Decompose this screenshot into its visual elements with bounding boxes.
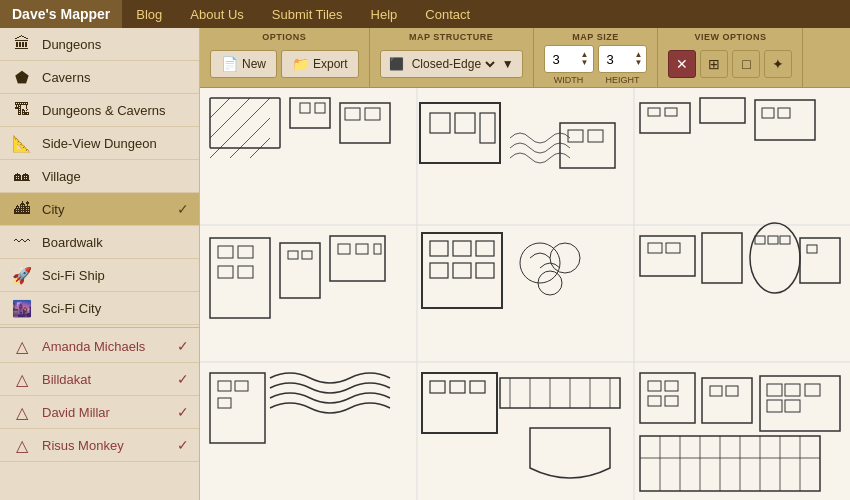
height-label: Height [605,75,639,85]
sidebar-label-amanda-michaels: Amanda Michaels [42,339,145,354]
sidebar-check-david-millar: ✓ [177,404,189,420]
map-area [200,88,850,500]
toolbar-map-size: MAP SIZE ▲ ▼ Width [534,28,659,87]
map-structure-select-wrap: ⬛ Closed-Edge Open-Edge Dungeon Cavern ▼ [380,50,523,78]
nav-links: Blog About Us Submit Tiles Help Contact [122,0,484,28]
export-icon: 📁 [292,56,309,72]
sidebar-label-side-view-dungeon: Side-View Dungeon [42,136,157,151]
sidebar-icon-boardwalk: 〰 [10,232,34,252]
sidebar-icon-amanda-michaels: △ [10,336,34,356]
toolbar-map-structure: MAP STRUCTURE ⬛ Closed-Edge Open-Edge Du… [370,28,534,87]
sidebar-item-village[interactable]: 🏘Village [0,160,199,193]
sidebar-label-dungeons-caverns: Dungeons & Caverns [42,103,166,118]
width-label: Width [554,75,584,85]
width-down-icon[interactable]: ▼ [581,59,589,67]
sidebar-item-caverns[interactable]: ⬟Caverns [0,61,199,94]
sidebar-label-dungeons: Dungeons [42,37,101,52]
sidebar-icon-dungeons-caverns: 🏗 [10,100,34,120]
nav-contact[interactable]: Contact [411,0,484,28]
export-button[interactable]: 📁 Export [281,50,359,78]
sidebar-item-amanda-michaels[interactable]: △Amanda Michaels✓ [0,330,199,363]
view-frame-button[interactable]: □ [732,50,760,78]
view-options-controls: ✕ ⊞ □ ✦ [668,45,792,83]
toolbar: OPTIONS 📄 New 📁 Export MAP STRUCTURE [200,28,850,88]
width-input[interactable] [549,52,579,67]
options-label: OPTIONS [262,32,306,42]
map-size-label: MAP SIZE [572,32,618,42]
sidebar-item-sci-fi-city[interactable]: 🌆Sci-Fi City [0,292,199,325]
sidebar-check-billdakat: ✓ [177,371,189,387]
height-input-wrap: ▲ ▼ [598,45,648,73]
toolbar-options: OPTIONS 📄 New 📁 Export [200,28,370,87]
sidebar-check-risus-monkey: ✓ [177,437,189,453]
sidebar-icon-risus-monkey: △ [10,435,34,455]
width-input-group: ▲ ▼ Width [544,45,594,85]
sidebar-check-city: ✓ [177,201,189,217]
sidebar-icon-sci-fi-city: 🌆 [10,298,34,318]
sidebar: 🏛Dungeons⬟Caverns🏗Dungeons & Caverns📐Sid… [0,28,200,500]
sidebar-icon-side-view-dungeon: 📐 [10,133,34,153]
sidebar-item-dungeons[interactable]: 🏛Dungeons [0,28,199,61]
sidebar-label-billdakat: Billdakat [42,372,91,387]
map-structure-select[interactable]: Closed-Edge Open-Edge Dungeon Cavern [408,56,498,72]
nav-submit[interactable]: Submit Tiles [258,0,357,28]
new-button[interactable]: 📄 New [210,50,277,78]
height-input-group: ▲ ▼ Height [598,45,648,85]
svg-rect-0 [200,88,850,500]
sidebar-icon-caverns: ⬟ [10,67,34,87]
new-icon: 📄 [221,56,238,72]
sidebar-label-village: Village [42,169,81,184]
sidebar-item-city[interactable]: 🏙City✓ [0,193,199,226]
height-input[interactable] [603,52,633,67]
brand-logo[interactable]: Dave's Mapper [0,0,122,28]
sidebar-item-risus-monkey[interactable]: △Risus Monkey✓ [0,429,199,462]
sidebar-icon-village: 🏘 [10,166,34,186]
sidebar-item-billdakat[interactable]: △Billdakat✓ [0,363,199,396]
sidebar-item-david-millar[interactable]: △David Millar✓ [0,396,199,429]
dropdown-arrow-icon: ▼ [502,57,514,71]
map-canvas [200,88,850,500]
sidebar-label-david-millar: David Millar [42,405,110,420]
width-input-wrap: ▲ ▼ [544,45,594,73]
sidebar-item-side-view-dungeon[interactable]: 📐Side-View Dungeon [0,127,199,160]
sidebar-icon-david-millar: △ [10,402,34,422]
map-structure-label: MAP STRUCTURE [409,32,493,42]
sidebar-item-sci-fi-ship[interactable]: 🚀Sci-Fi Ship [0,259,199,292]
nav-about[interactable]: About Us [176,0,257,28]
sidebar-label-caverns: Caverns [42,70,90,85]
map-structure-icon: ⬛ [389,57,404,71]
sidebar-label-sci-fi-ship: Sci-Fi Ship [42,268,105,283]
nav-help[interactable]: Help [357,0,412,28]
view-star-button[interactable]: ✦ [764,50,792,78]
view-close-button[interactable]: ✕ [668,50,696,78]
nav-blog[interactable]: Blog [122,0,176,28]
sidebar-label-city: City [42,202,64,217]
map-size-controls: ▲ ▼ Width ▲ ▼ [544,45,648,85]
toolbar-view-options: VIEW OPTIONS ✕ ⊞ □ ✦ [658,28,803,87]
sidebar-check-amanda-michaels: ✓ [177,338,189,354]
content-area: OPTIONS 📄 New 📁 Export MAP STRUCTURE [200,28,850,500]
view-options-label: VIEW OPTIONS [694,32,766,42]
sidebar-label-sci-fi-city: Sci-Fi City [42,301,101,316]
sidebar-icon-city: 🏙 [10,199,34,219]
sidebar-item-boardwalk[interactable]: 〰Boardwalk [0,226,199,259]
sidebar-item-dungeons-caverns[interactable]: 🏗Dungeons & Caverns [0,94,199,127]
sidebar-icon-dungeons: 🏛 [10,34,34,54]
sidebar-label-boardwalk: Boardwalk [42,235,103,250]
sidebar-icon-sci-fi-ship: 🚀 [10,265,34,285]
height-spinners: ▲ ▼ [635,51,643,67]
sidebar-icon-billdakat: △ [10,369,34,389]
view-grid-button[interactable]: ⊞ [700,50,728,78]
map-structure-controls: ⬛ Closed-Edge Open-Edge Dungeon Cavern ▼ [380,45,523,83]
top-nav: Dave's Mapper Blog About Us Submit Tiles… [0,0,850,28]
sidebar-divider [0,327,199,328]
height-down-icon[interactable]: ▼ [635,59,643,67]
width-spinners: ▲ ▼ [581,51,589,67]
sidebar-label-risus-monkey: Risus Monkey [42,438,124,453]
options-controls: 📄 New 📁 Export [210,45,359,83]
main-layout: 🏛Dungeons⬟Caverns🏗Dungeons & Caverns📐Sid… [0,28,850,500]
